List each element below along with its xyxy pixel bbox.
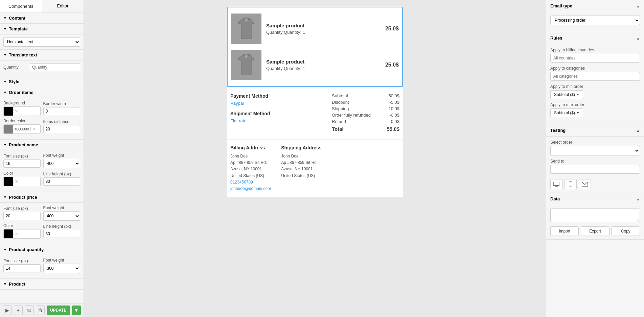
border-color-clear-icon[interactable]: ✕ [30, 127, 37, 131]
mobile-view-button[interactable] [565, 179, 577, 189]
max-order-label: Apply to max order [550, 102, 640, 107]
translate-section-header[interactable]: ▼ Translate text [0, 50, 84, 60]
rules-collapse-icon[interactable]: ▲ [636, 36, 640, 40]
border-width-input[interactable] [43, 107, 80, 115]
product-thumbnail [231, 50, 261, 80]
content-arrow-icon: ▼ [3, 16, 7, 20]
product-quantity-section-header[interactable]: ▼ Product quantity [0, 244, 84, 255]
pq-fontweight-col: Font weight 300 [43, 258, 80, 273]
export-button[interactable]: Export [581, 226, 609, 236]
pq-fontsize-label: Font size (px) [3, 259, 41, 263]
email-type-collapse-icon[interactable]: ▲ [636, 4, 640, 8]
min-order-arrow-icon: ▼ [576, 93, 579, 96]
product-name-section-header[interactable]: ▼ Product name [0, 140, 84, 150]
pp-lineheight-input[interactable] [43, 230, 80, 238]
pp-fontweight-select[interactable]: 400 [43, 211, 80, 221]
max-order-btn[interactable]: Subtotal ($) ▼ [550, 108, 583, 117]
billing-email[interactable]: johndoe@domain.com [230, 186, 271, 191]
pn-lineheight-input[interactable] [43, 177, 80, 186]
pq-fontweight-select[interactable]: 300 [43, 264, 80, 273]
pp-color-wrap[interactable]: ✕ [3, 229, 41, 239]
pn-fontweight-select[interactable]: 400 [43, 159, 80, 168]
pn-color-clear-icon[interactable]: ✕ [13, 179, 19, 184]
min-order-btn[interactable]: Subtotal ($) ▼ [550, 90, 583, 99]
discount-value: -5,0$ [389, 100, 399, 105]
select-order-select[interactable] [550, 146, 640, 155]
order-items-section-header[interactable]: ▼ Order items [0, 87, 84, 98]
data-textarea[interactable] [550, 209, 640, 222]
select-order-label: Select order [550, 140, 640, 145]
billing-city: Azusa, NY 10001 [230, 166, 271, 172]
email-type-select[interactable]: Processing order Completed order Cancell… [550, 16, 640, 25]
items-distance-input[interactable] [43, 125, 80, 133]
svg-point-0 [245, 19, 248, 22]
update-button[interactable]: UPDATE [47, 306, 70, 315]
product-info: Sample product Quantity:Quantity: 1 [261, 59, 385, 71]
email-type-content: Processing order Completed order Cancell… [546, 12, 644, 32]
total-row: Total 55,0$ [332, 126, 399, 132]
import-button[interactable]: Import [550, 226, 579, 236]
left-panel: Components Editor ▼ Content ▼ Template H… [0, 0, 84, 317]
max-order-arrow-icon: ▼ [576, 111, 579, 115]
product-thumbnail [231, 14, 261, 44]
pn-color-wrap[interactable]: ✕ [3, 177, 41, 186]
product-list[interactable]: Sample product Quantity:Quantity: 1 25,0… [227, 7, 403, 87]
desktop-view-button[interactable] [550, 179, 562, 189]
shipping-country: United States (US) [281, 173, 321, 179]
product-quantity-label: Product quantity [9, 247, 44, 252]
svg-rect-2 [553, 182, 559, 186]
pp-color-clear-icon[interactable]: ✕ [13, 232, 19, 236]
play-button[interactable]: ▶ [3, 306, 12, 315]
pn-fontweight-col: Font weight 400 [43, 153, 80, 168]
template-section-header[interactable]: ▼ Template [0, 24, 84, 34]
pn-color-lineheight-row: Color ✕ Line height (px) [3, 171, 80, 186]
product-price-section-content: Font size (px) Font weight 400 Color ✕ L… [0, 203, 84, 244]
data-header: Data ▲ [546, 193, 644, 205]
payment-ship: Payment Method Paypal Shipment Method Fl… [230, 93, 318, 123]
testing-header: Testing ▲ [546, 124, 644, 137]
send-to-label: Send to [550, 159, 640, 164]
billing-phone[interactable]: 0123456789 [230, 180, 253, 185]
delete-button[interactable]: 🗑 [36, 306, 45, 315]
shipping-address-col: Shipping Address John Doe Ap #867-859 Si… [281, 145, 321, 192]
update-extra-button[interactable]: ▼ [72, 306, 81, 315]
refund-value: -0,0$ [389, 119, 399, 124]
billing-countries-input[interactable] [550, 54, 640, 63]
testing-collapse-icon[interactable]: ▲ [636, 128, 640, 132]
pq-fontsize-input[interactable] [3, 264, 41, 272]
pp-fontsize-input[interactable] [3, 212, 41, 220]
copy-button[interactable]: ⧉ [25, 306, 34, 315]
pn-fontsize-input[interactable] [3, 160, 41, 168]
background-clear-icon[interactable]: ✕ [13, 109, 19, 114]
add-button[interactable]: + [14, 306, 23, 315]
tab-components[interactable]: Components [0, 0, 42, 13]
min-order-btn-label: Subtotal ($) [554, 92, 575, 97]
product-section-header[interactable]: ▼ Product [0, 279, 84, 290]
data-collapse-icon[interactable]: ▲ [636, 197, 640, 201]
product-price: 25,0$ [385, 26, 399, 32]
template-dropdown[interactable]: Horizontal text Vertical text Grid [3, 37, 80, 47]
tab-bar: Components Editor [0, 0, 84, 13]
quantity-input[interactable] [30, 63, 80, 71]
template-arrow-icon: ▼ [3, 27, 7, 31]
border-color-wrap[interactable]: #808080 ✕ [3, 124, 41, 134]
email-preview: Sample product Quantity:Quantity: 1 25,0… [227, 7, 403, 197]
background-color-wrap[interactable]: ✕ [3, 106, 41, 116]
pq-fontsize-col: Font size (px) [3, 259, 41, 272]
product-price-section-header[interactable]: ▼ Product price [0, 192, 84, 203]
pp-lineheight-label: Line height (px) [43, 224, 80, 229]
style-section-header[interactable]: ▼ Style [0, 76, 84, 87]
svg-point-7 [570, 186, 571, 187]
email-send-button[interactable] [579, 179, 591, 189]
pq-fontsize-weight-row: Font size (px) Font weight 300 [3, 258, 80, 273]
style-arrow-icon: ▼ [3, 80, 7, 83]
billing-name: John Doe [230, 153, 271, 160]
billing-address-col: Billing Address John Doe Ap #867-859 Sit… [230, 145, 271, 192]
categories-input[interactable] [550, 72, 640, 81]
tab-editor[interactable]: Editor [42, 0, 84, 13]
send-to-input[interactable] [550, 165, 640, 174]
content-section-header[interactable]: ▼ Content [0, 13, 84, 24]
copy-data-button[interactable]: Copy [612, 226, 640, 236]
product-quantity-section-content: Font size (px) Font weight 300 [0, 255, 84, 279]
billing-countries-label: Apply to billing countries [550, 48, 640, 52]
